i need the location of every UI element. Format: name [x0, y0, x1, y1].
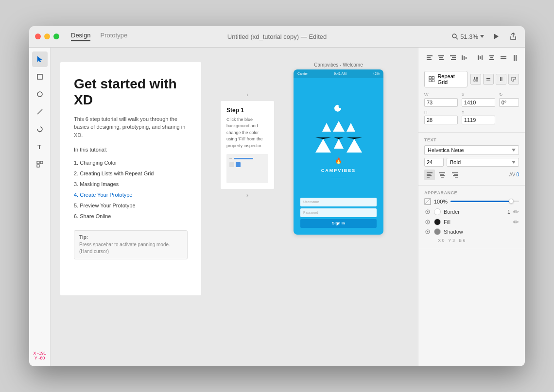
fill-edit-icon[interactable]: ✏ — [513, 218, 519, 226]
svg-rect-22 — [466, 57, 467, 59]
text-align-center-btn[interactable] — [437, 170, 448, 180]
opacity-slider[interactable] — [450, 201, 519, 202]
chevron-down-icon — [512, 161, 516, 164]
font-weight-select[interactable]: Bold — [447, 158, 519, 167]
symbol-btn-3[interactable] — [496, 74, 506, 85]
distribute-btn-4[interactable] — [510, 52, 520, 63]
text-section: TEXT Helvetica Neue 24 Bold — [418, 133, 525, 186]
symbol-btn-1[interactable] — [470, 74, 481, 85]
search-icon — [451, 33, 458, 40]
canvas-area[interactable]: Get started with XD This 6 step tutorial… — [51, 48, 418, 366]
align-group-2 — [475, 52, 520, 63]
symbol-btn-2[interactable] — [483, 74, 494, 85]
line-icon — [36, 108, 43, 115]
chevron-down-icon — [512, 149, 516, 152]
y-input[interactable]: 1119 — [462, 116, 495, 124]
appearance-section: APPEARANCE 100% — [418, 186, 525, 248]
svg-rect-36 — [432, 79, 434, 81]
share-button[interactable] — [507, 31, 519, 42]
preview-row: ─ — [229, 157, 265, 160]
svg-rect-41 — [486, 78, 490, 79]
preview-row — [229, 162, 265, 167]
border-value: 1 — [507, 209, 510, 215]
align-center-btn[interactable] — [436, 52, 447, 63]
svg-rect-28 — [489, 59, 494, 60]
fill-color-swatch[interactable] — [434, 219, 441, 225]
password-input[interactable]: Password — [300, 208, 377, 217]
svg-rect-31 — [514, 55, 515, 61]
pen-tool[interactable] — [32, 121, 48, 137]
close-button[interactable] — [35, 34, 41, 39]
select-tool[interactable] — [32, 51, 48, 67]
shadow-color-swatch[interactable] — [434, 228, 441, 235]
svg-point-4 — [37, 92, 42, 97]
shadow-b: B 6 — [459, 238, 466, 243]
align-left-btn[interactable] — [424, 52, 435, 63]
svg-rect-44 — [502, 77, 502, 81]
width-label: W — [424, 92, 458, 97]
step-desc: Click the blue background and change the… — [226, 117, 268, 150]
line-tool[interactable] — [32, 104, 48, 119]
svg-rect-56 — [455, 177, 458, 178]
step-preview: ─ — [226, 154, 268, 183]
border-label: Border — [444, 209, 504, 215]
phone-login-area: Username Password Sign In — [300, 198, 377, 228]
rotation-input[interactable]: 0° — [499, 98, 519, 107]
svg-rect-21 — [464, 56, 465, 60]
arrow-right[interactable]: › — [221, 192, 274, 199]
align-right-btn[interactable] — [448, 52, 458, 63]
height-input[interactable]: 28 — [424, 116, 458, 124]
border-edit-icon[interactable]: ✏ — [513, 208, 519, 216]
titlebar: Design Prototype Untitled (xd_tutorial c… — [29, 26, 525, 48]
text-align-left-btn[interactable] — [424, 170, 435, 180]
trees-row — [322, 121, 355, 132]
border-visibility-btn[interactable] — [424, 208, 431, 215]
svg-rect-40 — [476, 80, 478, 81]
text-align-right-btn[interactable] — [450, 170, 460, 180]
tent-icon — [334, 137, 344, 149]
svg-rect-3 — [37, 74, 42, 79]
font-family-select[interactable]: Helvetica Neue — [424, 145, 519, 155]
traffic-lights — [35, 34, 59, 39]
preview-button[interactable] — [490, 31, 502, 42]
distribute-v-btn[interactable] — [486, 52, 497, 63]
align-group-1 — [424, 52, 470, 63]
tree-icon — [346, 123, 355, 132]
zoom-control[interactable]: 51.3% — [451, 33, 484, 40]
x-input[interactable]: 1410 — [462, 98, 495, 107]
svg-rect-30 — [501, 58, 506, 59]
right-panel: Repeat Grid — [418, 48, 525, 366]
svg-rect-55 — [453, 175, 458, 176]
tab-design[interactable]: Design — [71, 32, 90, 41]
minimize-button[interactable] — [44, 34, 50, 39]
signin-button[interactable]: Sign In — [300, 219, 377, 228]
phone-content: 🔥 CAMPVIBES Username Password Sign In — [294, 78, 383, 235]
step-panel: ‹ Step 1 Click the blue background and c… — [221, 91, 274, 199]
rectangle-tool[interactable] — [32, 69, 48, 85]
tent-area — [333, 121, 345, 132]
shadow-row: Shadow — [424, 228, 519, 235]
ellipse-tool[interactable] — [32, 86, 48, 102]
repeat-grid-button[interactable]: Repeat Grid — [424, 71, 467, 87]
arrow-left[interactable]: ‹ — [221, 91, 274, 98]
tree-icon — [322, 123, 331, 132]
shadow-visibility-btn[interactable] — [424, 228, 431, 235]
svg-rect-48 — [427, 177, 430, 178]
width-input[interactable]: 73 — [424, 98, 458, 107]
svg-rect-50 — [440, 174, 444, 175]
fill-visibility-btn[interactable] — [424, 219, 431, 225]
border-color-swatch[interactable] — [434, 208, 441, 215]
text-tool[interactable]: T — [32, 139, 48, 154]
symbol-btn-4[interactable] — [508, 74, 519, 85]
repeat-grid-label: Repeat Grid — [437, 73, 463, 85]
username-input[interactable]: Username — [300, 198, 377, 206]
distribute-btn-3[interactable] — [498, 52, 509, 63]
svg-rect-14 — [438, 55, 444, 56]
maximize-button[interactable] — [53, 34, 59, 39]
symbol-tool[interactable] — [32, 156, 48, 172]
align-last-btn[interactable] — [459, 52, 470, 63]
opacity-icon — [424, 198, 431, 205]
tab-prototype[interactable]: Prototype — [100, 32, 127, 41]
distribute-h-btn[interactable] — [475, 52, 485, 63]
font-size-input[interactable]: 24 — [424, 158, 444, 167]
